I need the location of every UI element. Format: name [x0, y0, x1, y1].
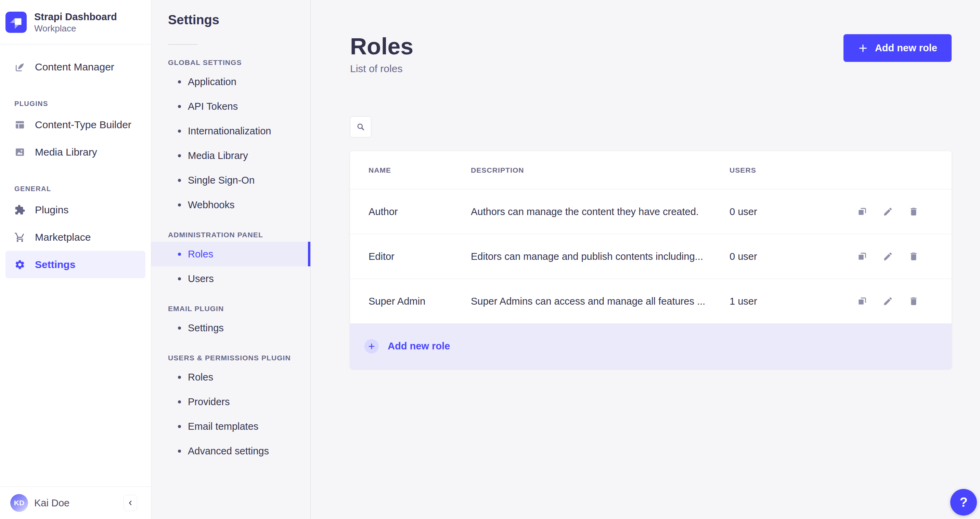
main-sidebar: Strapi Dashboard Workplace Content Manag… [0, 0, 151, 519]
duplicate-icon [857, 206, 867, 217]
bullet-icon [178, 179, 181, 182]
duplicate-role-button[interactable] [857, 206, 867, 217]
page-title-block: Roles List of roles [350, 33, 414, 75]
table-header-row: NAME DESCRIPTION USERS [350, 151, 951, 189]
column-header-name: NAME [369, 166, 471, 175]
bullet-icon [178, 376, 181, 379]
bullet-icon [178, 277, 181, 280]
edit-role-button[interactable] [883, 296, 893, 306]
delete-role-button[interactable] [908, 296, 919, 306]
collapse-sidebar-button[interactable] [124, 495, 137, 511]
sidebar-item-label: Content-Type Builder [35, 119, 131, 130]
subnav-item-application[interactable]: Application [151, 70, 310, 94]
sidebar-item-label: Plugins [35, 204, 68, 216]
subnav-divider [168, 44, 197, 45]
sidebar-section-general: GENERAL [14, 185, 145, 193]
sidebar-item-label: Media Library [35, 146, 97, 158]
sidebar-item-settings[interactable]: Settings [5, 251, 145, 278]
role-name: Editor [369, 251, 471, 262]
subnav-item-providers[interactable]: Providers [151, 389, 310, 414]
subnav-item-up-roles[interactable]: Roles [151, 365, 310, 389]
edit-role-button[interactable] [883, 206, 893, 217]
column-header-description: DESCRIPTION [471, 166, 730, 175]
role-description: Authors can manage the content they have… [471, 206, 730, 217]
pencil-icon [883, 296, 893, 306]
subnav-title: Settings [168, 12, 310, 27]
bullet-icon [178, 400, 181, 403]
strapi-logo [5, 12, 27, 33]
search-button[interactable] [350, 116, 371, 137]
subnav-item-media-library[interactable]: Media Library [151, 143, 310, 168]
subnav-item-api-tokens[interactable]: API Tokens [151, 94, 310, 119]
column-header-users: USERS [730, 166, 857, 175]
bullet-icon [178, 327, 181, 330]
subnav-item-advanced-settings[interactable]: Advanced settings [151, 439, 310, 463]
table-row-super-admin[interactable]: Super Admin Super Admins can access and … [350, 279, 951, 324]
bullet-icon [178, 253, 181, 256]
subnav-item-webhooks[interactable]: Webhooks [151, 192, 310, 217]
brand-text: Strapi Dashboard Workplace [34, 11, 117, 34]
subnav-section-global-settings: GLOBAL SETTINGS [168, 59, 294, 67]
add-new-role-label: Add new role [388, 341, 450, 352]
help-button[interactable]: ? [950, 489, 977, 516]
strapi-app: Strapi Dashboard Workplace Content Manag… [0, 0, 980, 519]
duplicate-role-button[interactable] [857, 251, 867, 262]
bullet-icon [178, 203, 181, 206]
content-type-builder-icon [14, 119, 25, 130]
sidebar-item-marketplace[interactable]: Marketplace [5, 224, 145, 251]
subnav-item-email-templates[interactable]: Email templates [151, 414, 310, 439]
sidebar-footer: KD Kai Doe [0, 487, 151, 519]
pencil-icon [883, 206, 893, 217]
table-row-editor[interactable]: Editor Editors can manage and publish co… [350, 234, 951, 279]
sidebar-item-label: Marketplace [35, 232, 91, 243]
chevron-left-icon [127, 499, 134, 507]
bullet-icon [178, 449, 181, 453]
subnav-item-roles[interactable]: Roles [151, 242, 310, 266]
sidebar-item-label: Settings [35, 259, 75, 270]
sidebar-item-content-type-builder[interactable]: Content-Type Builder [5, 111, 145, 138]
role-users-count: 0 user [730, 251, 857, 262]
table-add-new-role[interactable]: Add new role [350, 324, 951, 369]
cart-icon [14, 232, 25, 243]
subnav-item-users[interactable]: Users [151, 266, 310, 291]
role-users-count: 1 user [730, 296, 857, 307]
delete-role-button[interactable] [908, 206, 919, 217]
avatar[interactable]: KD [10, 494, 28, 512]
duplicate-role-button[interactable] [857, 296, 867, 306]
sidebar-item-label: Content Manager [35, 61, 114, 73]
page-subtitle: List of roles [350, 63, 414, 75]
gear-icon [14, 259, 25, 270]
bullet-icon [178, 154, 181, 157]
role-users-count: 0 user [730, 206, 857, 217]
sidebar-item-content-manager[interactable]: Content Manager [5, 53, 145, 81]
role-name: Super Admin [369, 296, 471, 307]
duplicate-icon [857, 296, 867, 306]
delete-role-button[interactable] [908, 251, 919, 262]
trash-icon [908, 296, 919, 306]
brand-title: Strapi Dashboard [34, 11, 117, 23]
sidebar-item-plugins[interactable]: Plugins [5, 196, 145, 224]
subnav-section-users-permissions-plugin: USERS & PERMISSIONS PLUGIN [168, 354, 294, 362]
role-description: Super Admins can access and manage all f… [471, 296, 730, 307]
bullet-icon [178, 130, 181, 133]
bullet-icon [178, 425, 181, 428]
subnav-item-email-settings[interactable]: Settings [151, 316, 310, 340]
row-actions [857, 296, 919, 306]
edit-role-button[interactable] [883, 251, 893, 262]
bullet-icon [178, 105, 181, 108]
row-actions [857, 206, 919, 217]
role-description: Editors can manage and publish contents … [471, 251, 730, 262]
sidebar-nav: Content Manager PLUGINS Content-Type Bui… [0, 44, 151, 278]
table-row-author[interactable]: Author Authors can manage the content th… [350, 189, 951, 234]
main-content: Roles List of roles Add new role NAME DE… [311, 0, 980, 519]
subnav-item-internationalization[interactable]: Internationalization [151, 119, 310, 143]
pencil-icon [883, 251, 893, 262]
media-library-icon [14, 147, 25, 158]
sidebar-item-media-library[interactable]: Media Library [5, 138, 145, 166]
duplicate-icon [857, 251, 867, 262]
subnav-item-single-sign-on[interactable]: Single Sign-On [151, 168, 310, 192]
workspace-brand[interactable]: Strapi Dashboard Workplace [0, 0, 151, 44]
add-new-role-button[interactable]: Add new role [843, 34, 951, 62]
trash-icon [908, 251, 919, 262]
user-name: Kai Doe [34, 497, 70, 509]
